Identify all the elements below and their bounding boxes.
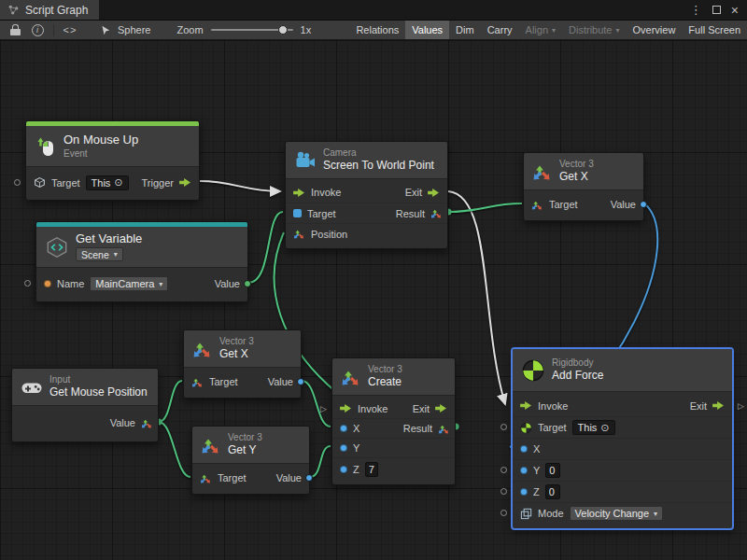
z-input-port[interactable]	[500, 488, 507, 495]
trigger-flow-port-icon[interactable]	[179, 177, 191, 188]
node-get-mouse-position[interactable]: Input Get Mouse Position Value	[11, 368, 159, 442]
vector3-port-icon[interactable]	[200, 472, 212, 484]
menu-icon[interactable]: ⋮	[690, 3, 702, 17]
wire-exit-to-addforce-invoke[interactable]	[448, 191, 505, 404]
node-category: Rigidbody	[552, 358, 603, 368]
name-input-port[interactable]	[24, 280, 31, 287]
node-header: Camera Screen To World Point	[286, 142, 447, 179]
close-icon[interactable]: ×	[731, 4, 739, 17]
wire-camera-result-to-getxtop-target[interactable]	[448, 203, 522, 212]
z-port-icon[interactable]	[520, 488, 528, 496]
chip-label: This	[578, 422, 598, 433]
invoke-flow-port-icon[interactable]	[293, 188, 305, 198]
invoke-input-port[interactable]: ▷	[320, 403, 327, 413]
wire-gety-value-to-create-y[interactable]	[310, 446, 331, 477]
vector3-port-icon[interactable]	[531, 199, 543, 211]
object-picker-icon[interactable]: ⊙	[114, 176, 122, 189]
target-object-chip[interactable]: This⊙	[572, 420, 615, 435]
zoom-slider[interactable]	[211, 29, 293, 31]
exit-flow-port-icon[interactable]	[428, 188, 440, 198]
x-port-icon[interactable]	[340, 425, 347, 432]
string-port-icon[interactable]	[44, 280, 51, 287]
x-port-icon[interactable]	[520, 445, 528, 453]
node-screen-to-world-point[interactable]: Camera Screen To World Point Invoke Exit…	[285, 141, 448, 249]
wire-mousepos-to-gety-target[interactable]	[159, 422, 190, 477]
graph-name: Sphere	[118, 24, 150, 35]
rigidbody-port-icon[interactable]	[520, 422, 532, 434]
target-input-port[interactable]	[500, 424, 507, 430]
exit-flow-port-icon[interactable]	[435, 403, 447, 413]
toolbar-button-overview[interactable]: Overview	[627, 21, 683, 39]
toolbar-button-dim[interactable]: Dim	[449, 21, 481, 39]
tab-script-graph[interactable]: Script Graph	[0, 0, 99, 20]
toolbar-button-values[interactable]: Values	[405, 21, 449, 39]
value-output-port[interactable]	[297, 378, 304, 385]
value-output-port[interactable]	[244, 280, 251, 287]
node-title: Screen To World Point	[323, 160, 434, 172]
invoke-label: Invoke	[358, 403, 388, 414]
node-get-x-mid[interactable]: Vector 3 Get X Target Value	[183, 329, 302, 399]
toolbar-button-align[interactable]: Align▾	[519, 21, 562, 39]
maximize-icon[interactable]	[712, 6, 721, 14]
node-create-vector3[interactable]: Vector 3 Create ▷ Invoke Exit X Res	[331, 357, 456, 485]
zoom-handle[interactable]	[278, 25, 288, 35]
node-get-x-top[interactable]: Vector 3 Get X Target Value	[523, 152, 644, 221]
node-title: Get X	[219, 348, 254, 360]
force-mode-dropdown[interactable]: Velocity Change▾	[570, 506, 664, 521]
target-object-chip[interactable]: This⊙	[86, 175, 129, 190]
z-port-icon[interactable]	[340, 466, 347, 473]
invoke-label: Invoke	[538, 400, 568, 412]
vector3-port-icon[interactable]	[141, 417, 153, 429]
vector3-icon	[192, 339, 213, 359]
target-label: Target	[209, 376, 238, 387]
caret-down-icon: ▾	[616, 26, 620, 35]
toolbar-button-fullscreen[interactable]: Full Screen	[682, 21, 747, 39]
invoke-flow-port-icon[interactable]	[520, 400, 532, 411]
object-picker-icon[interactable]: ⊙	[600, 422, 609, 434]
value-label: Value	[611, 199, 636, 210]
graph-canvas[interactable]: On Mouse Up Event Target This⊙ Trigger	[0, 40, 747, 560]
script-graph-window: Script Graph ⋮ × i <> Sphere Zoom 1x Rel…	[0, 0, 747, 560]
enum-icon[interactable]	[520, 508, 532, 520]
y-input-port[interactable]	[500, 467, 507, 473]
y-port-icon[interactable]	[520, 467, 528, 474]
node-add-force[interactable]: Rigidbody Add Force Invoke Exit ▷ Target	[512, 348, 733, 529]
graph-breadcrumb[interactable]: Sphere	[100, 24, 150, 36]
variable-scope-dropdown[interactable]: Scene▾	[76, 247, 123, 261]
exit-flow-port-icon[interactable]	[712, 400, 725, 411]
vector3-port-icon[interactable]	[293, 228, 305, 240]
titlebar: Script Graph ⋮ ×	[0, 0, 747, 21]
target-input-port[interactable]	[14, 179, 21, 186]
y-port-icon[interactable]	[340, 444, 347, 452]
z-value-field[interactable]	[545, 484, 560, 499]
caret-down-icon: ▾	[552, 26, 556, 35]
code-button[interactable]: <>	[59, 21, 81, 39]
z-value-field[interactable]	[365, 462, 378, 477]
variable-name-dropdown[interactable]: MainCamera▾	[90, 276, 168, 291]
mode-input-port[interactable]	[500, 510, 507, 516]
toolbar-button-relations[interactable]: Relations	[349, 21, 405, 39]
toolbar-button-distribute[interactable]: Distribute▾	[562, 21, 626, 39]
value-output-port[interactable]	[640, 201, 647, 208]
invoke-flow-port-icon[interactable]	[340, 403, 352, 413]
vector3-port-icon[interactable]	[430, 207, 443, 219]
exit-output-port[interactable]: ▷	[738, 400, 744, 410]
lock-button[interactable]	[4, 21, 26, 39]
info-button[interactable]: i	[26, 21, 49, 39]
value-output-port[interactable]	[305, 474, 313, 482]
vector3-port-icon[interactable]	[191, 376, 204, 388]
node-get-y[interactable]: Vector 3 Get Y Target Value	[191, 426, 310, 495]
variable-icon	[45, 235, 69, 259]
wire-trigger-to-invoke[interactable]	[200, 181, 280, 191]
camera-target-port-icon[interactable]	[293, 209, 302, 217]
vector3-icon	[341, 367, 361, 387]
vector3-port-icon[interactable]	[438, 423, 450, 435]
vector3-icon	[532, 161, 553, 182]
y-label: Y	[533, 465, 540, 476]
x-label: X	[353, 423, 359, 434]
wire-mousepos-to-getx-target[interactable]	[159, 381, 182, 422]
y-value-field[interactable]	[545, 463, 560, 478]
toolbar-button-carry[interactable]: Carry	[481, 21, 519, 39]
node-get-variable[interactable]: Get Variable Scene▾ Name MainCamera▾ Val…	[35, 221, 248, 302]
node-on-mouse-up[interactable]: On Mouse Up Event Target This⊙ Trigger	[25, 120, 200, 201]
